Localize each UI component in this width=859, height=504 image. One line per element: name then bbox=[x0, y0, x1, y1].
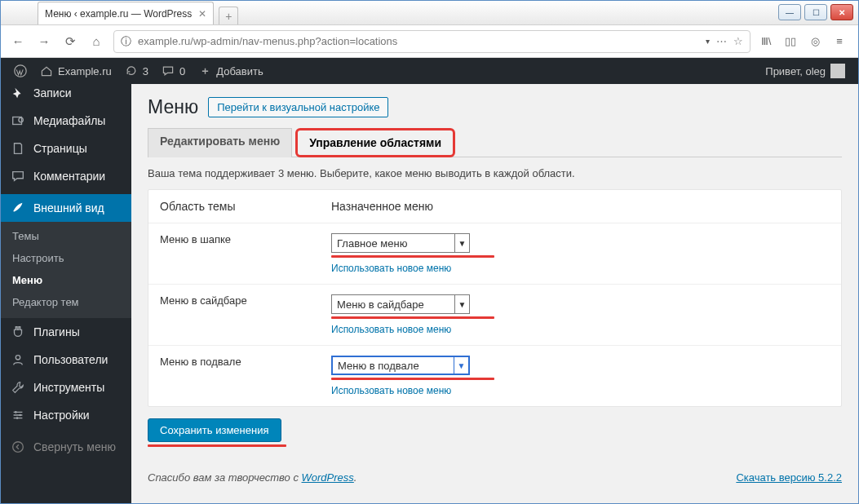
svg-point-6 bbox=[16, 417, 19, 419]
sidebar-item-tools[interactable]: Инструменты bbox=[1, 374, 131, 401]
sidebar-item-label: Комментарии bbox=[33, 170, 105, 183]
tab-manage-locations[interactable]: Управление областями bbox=[295, 128, 455, 157]
sidebar-icon[interactable]: ▯▯ bbox=[783, 34, 798, 49]
url-field[interactable]: ⓘ example.ru/wp-admin/nav-menus.php?acti… bbox=[113, 30, 751, 53]
location-row: Меню в сайдбаре Меню в сайдбаре ▼ Исполь bbox=[148, 285, 841, 346]
sidebar-item-plugins[interactable]: Плагины bbox=[1, 318, 131, 346]
greeting-label: Привет, oleg bbox=[765, 65, 826, 77]
submenu-item-customize[interactable]: Настроить bbox=[1, 247, 131, 269]
wp-logo[interactable] bbox=[7, 58, 33, 84]
refresh-icon bbox=[125, 64, 138, 77]
wp-body: Записи Медиафайлы Страницы Комментарии bbox=[1, 84, 858, 503]
admin-footer: Спасибо вам за творчество с WordPress. С… bbox=[148, 471, 842, 484]
use-new-menu-link[interactable]: Использовать новое меню bbox=[331, 324, 830, 335]
plugin-icon bbox=[11, 325, 25, 339]
appearance-submenu: Темы Настроить Меню Редактор тем bbox=[1, 222, 131, 318]
use-new-menu-link[interactable]: Использовать новое меню bbox=[331, 263, 830, 274]
comments-count: 0 bbox=[179, 65, 185, 77]
pin-icon bbox=[11, 86, 25, 100]
reload-button[interactable]: ⟳ bbox=[61, 33, 79, 51]
star-icon[interactable]: ☆ bbox=[733, 35, 743, 47]
svg-point-0 bbox=[15, 65, 26, 77]
browser-titlebar: Меню ‹ example.ru — WordPress ✕ + — ☐ ✕ bbox=[1, 1, 858, 25]
location-area-label: Меню в сайдбаре bbox=[148, 285, 320, 346]
updates-count: 3 bbox=[143, 65, 148, 77]
sidebar-item-appearance[interactable]: Внешний вид bbox=[1, 194, 131, 222]
location-area-label: Меню в подвале bbox=[148, 346, 320, 407]
save-button[interactable]: Сохранить изменения bbox=[148, 418, 281, 442]
sidebar-item-comments[interactable]: Комментарии bbox=[1, 162, 131, 190]
highlight-underline bbox=[148, 444, 286, 447]
download-version-link[interactable]: Скачать версию 5.2.2 bbox=[736, 471, 842, 484]
sidebar-item-posts[interactable]: Записи bbox=[1, 84, 131, 107]
site-info-icon[interactable]: ⓘ bbox=[121, 34, 131, 49]
sidebar-item-collapse[interactable]: Свернуть меню bbox=[1, 433, 131, 461]
window-controls: — ☐ ✕ bbox=[778, 4, 853, 20]
sidebar-item-label: Страницы bbox=[33, 142, 87, 155]
page-description: Ваша тема поддерживает 3 меню. Выберите,… bbox=[148, 157, 842, 189]
tools-icon bbox=[11, 380, 25, 395]
sliders-icon bbox=[11, 408, 25, 422]
sidebar-item-settings[interactable]: Настройки bbox=[1, 401, 131, 429]
sidebar-item-label: Медиафайлы bbox=[33, 114, 105, 127]
sidebar-item-media[interactable]: Медиафайлы bbox=[1, 107, 131, 135]
svg-point-7 bbox=[13, 442, 24, 453]
account-link[interactable]: Привет, oleg bbox=[759, 58, 852, 84]
new-link[interactable]: ＋ Добавить bbox=[192, 58, 269, 84]
menu-select-sidebar[interactable]: Меню в сайдбаре ▼ bbox=[331, 294, 470, 314]
visual-settings-button[interactable]: Перейти к визуальной настройке bbox=[208, 97, 388, 117]
browser-window: Меню ‹ example.ru — WordPress ✕ + — ☐ ✕ … bbox=[0, 0, 859, 504]
url-dropdown-icon[interactable]: ▾ bbox=[706, 37, 710, 46]
sidebar-item-label: Записи bbox=[33, 86, 71, 99]
home-button[interactable]: ⌂ bbox=[87, 33, 105, 51]
browser-tab-title: Меню ‹ example.ru — WordPress bbox=[45, 8, 192, 20]
updates-link[interactable]: 3 bbox=[118, 58, 155, 84]
wordpress-logo-icon bbox=[14, 64, 27, 77]
submenu-item-editor[interactable]: Редактор тем bbox=[1, 291, 131, 313]
menu-select-footer[interactable]: Меню в подвале ▼ bbox=[331, 356, 470, 375]
svg-point-5 bbox=[19, 414, 21, 417]
footer-thanks-suffix: . bbox=[354, 471, 357, 484]
location-area-label: Меню в шапке bbox=[148, 223, 320, 285]
sidebar-item-users[interactable]: Пользователи bbox=[1, 346, 131, 374]
use-new-menu-link[interactable]: Использовать новое меню bbox=[331, 385, 830, 396]
highlight-underline bbox=[331, 316, 494, 319]
submenu-item-menus[interactable]: Меню bbox=[1, 269, 131, 291]
close-window-button[interactable]: ✕ bbox=[830, 4, 853, 20]
page-heading: Меню Перейти к визуальной настройке bbox=[148, 84, 842, 128]
library-icon[interactable]: Ⅲ\ bbox=[759, 34, 773, 49]
chevron-down-icon: ▼ bbox=[454, 234, 469, 252]
highlight-underline bbox=[331, 378, 494, 380]
back-button[interactable]: ← bbox=[9, 33, 27, 51]
tab-edit-menus[interactable]: Редактировать меню bbox=[148, 128, 292, 157]
nav-tabs: Редактировать меню Управление областями bbox=[148, 128, 842, 157]
collapse-icon bbox=[11, 440, 25, 454]
footer-thanks-prefix: Спасибо вам за творчество с bbox=[148, 471, 302, 484]
comments-link[interactable]: 0 bbox=[155, 58, 192, 84]
comment-icon bbox=[11, 169, 25, 183]
wordpress-link[interactable]: WordPress bbox=[302, 471, 354, 484]
brush-icon bbox=[11, 201, 25, 215]
new-label: Добавить bbox=[216, 65, 263, 77]
account-icon[interactable]: ◎ bbox=[808, 34, 822, 49]
main-content: Меню Перейти к визуальной настройке Реда… bbox=[131, 84, 858, 503]
media-icon bbox=[11, 113, 25, 128]
close-tab-icon[interactable]: ✕ bbox=[198, 8, 206, 20]
avatar bbox=[830, 64, 845, 78]
sidebar-item-pages[interactable]: Страницы bbox=[1, 135, 131, 162]
col-header-assigned: Назначенное меню bbox=[320, 190, 841, 223]
sidebar-item-label: Внешний вид bbox=[33, 201, 104, 214]
minimize-button[interactable]: — bbox=[778, 4, 801, 20]
forward-button[interactable]: → bbox=[35, 33, 53, 51]
browser-tab[interactable]: Меню ‹ example.ru — WordPress ✕ bbox=[38, 2, 214, 24]
user-icon bbox=[11, 352, 25, 367]
sidebar-item-label: Свернуть меню bbox=[33, 440, 116, 453]
admin-sidebar: Записи Медиафайлы Страницы Комментарии bbox=[1, 84, 131, 503]
comment-icon bbox=[162, 64, 175, 77]
site-name-link[interactable]: Example.ru bbox=[33, 58, 118, 84]
maximize-button[interactable]: ☐ bbox=[804, 4, 827, 20]
menu-icon[interactable]: ≡ bbox=[832, 34, 847, 49]
new-tab-button[interactable]: + bbox=[219, 7, 238, 24]
menu-select-header[interactable]: Главное меню ▼ bbox=[331, 233, 470, 253]
submenu-item-themes[interactable]: Темы bbox=[1, 225, 131, 247]
